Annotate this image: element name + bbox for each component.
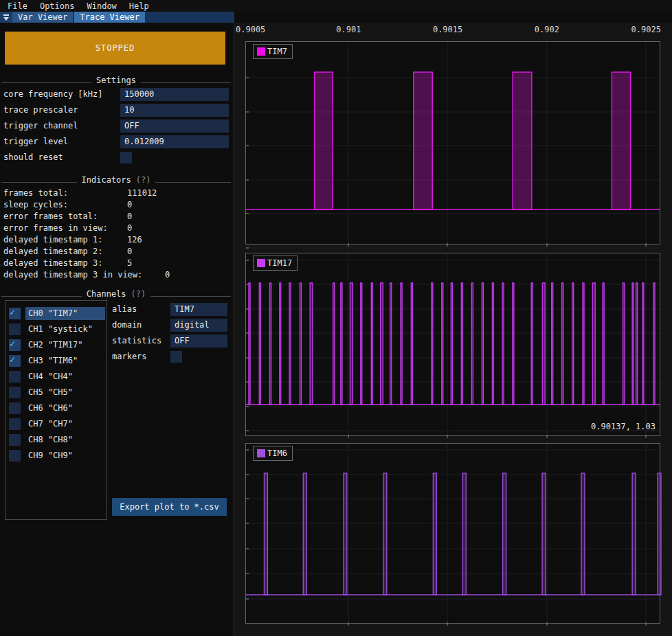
plot-tim17[interactable]: TIM170.90137, 1.03 [245,253,660,436]
channel-markers-label: markers [112,352,147,361]
collapse-arrow-icon [3,14,10,21]
collapse-button[interactable] [0,12,12,23]
indicator-value: 0 [127,223,132,233]
indicator-label: frames total: [3,188,68,198]
legend-label: TIM6 [267,448,287,458]
channel-row-ch0[interactable]: ✓CH0 "TIM7" [5,306,107,321]
indicator-label: error frames in view: [3,223,108,233]
setting-trace-prescaler-input[interactable]: 10 [120,104,229,117]
channel-checkbox[interactable]: ✓ [9,308,21,319]
acquisition-state-button[interactable]: STOPPED [5,32,225,65]
channel-checkbox[interactable] [9,323,21,335]
tab-trace-viewer[interactable]: Trace Viewer [74,12,145,23]
channel-statistics: statisticsOFF [112,333,229,349]
settings-header: Settings [1,74,231,85]
indicator-value: 0 [165,270,170,280]
plots-panel: 0.90050.9010.90150.9020.9025 TIM7TIM170.… [234,23,672,636]
legend-label: TIM7 [267,47,287,56]
legend-tim7[interactable]: TIM7 [253,44,293,59]
indicator-error-frames-in-view: error frames in view:0 [0,223,234,235]
channel-label[interactable]: CH7 "CH7" [25,418,105,431]
indicator-value: 5 [127,258,132,268]
channel-row-ch3[interactable]: ✓CH3 "TIM6" [5,353,107,369]
channel-row-ch6[interactable]: CH6 "CH6" [5,400,107,416]
menu-bar: FileOptionsWindowHelp [0,0,672,12]
menu-item-window[interactable]: Window [80,1,122,11]
channel-properties: aliasTIM7domaindigitalstatisticsOFFmarke… [112,302,229,365]
indicator-frames-total: frames total:111012 [0,188,234,200]
channel-label[interactable]: CH3 "TIM6" [25,354,105,367]
channel-markers-checkbox[interactable] [170,351,182,363]
waveform-canvas-tim6 [246,444,660,623]
channel-statistics-combo[interactable]: OFF [170,334,227,348]
axis-tick-label: 0.902 [535,25,559,34]
export-csv-button[interactable]: Export plot to *.csv [112,498,227,516]
axis-tick-label: 0.9015 [433,25,462,34]
axis-tick-label: 0.9025 [631,25,661,34]
channel-checkbox[interactable] [9,402,21,414]
indicator-error-frames-total: error frames total:0 [0,212,234,223]
menu-item-file[interactable]: File [1,1,34,11]
control-panel: STOPPED Settings core frequency [kHz]150… [0,23,234,636]
indicator-label: sleep cycles: [3,200,68,209]
channel-label[interactable]: CH2 "TIM17" [25,339,105,352]
setting-trigger-channel: trigger channelOFF [0,118,234,134]
setting-trigger-channel-label: trigger channel [3,121,78,130]
channels-header: Channels (?) [1,288,231,299]
channel-row-ch9[interactable]: CH9 "CH9" [5,448,107,464]
channel-domain: domaindigital [112,317,229,333]
setting-trigger-channel-combo[interactable]: OFF [120,120,229,133]
channel-list: ✓CH0 "TIM7"CH1 "systick"✓CH2 "TIM17"✓CH3… [5,300,107,520]
channel-label[interactable]: CH4 "CH4" [25,370,105,383]
channel-label[interactable]: CH6 "CH6" [25,402,105,415]
menu-item-help[interactable]: Help [123,1,155,11]
indicator-label: delayed timestamp 1: [3,235,103,245]
channel-checkbox[interactable] [9,387,21,398]
settings-rows: core frequency [kHz]150000trace prescale… [0,87,234,166]
setting-trigger-level-label: trigger level [3,137,68,146]
channel-row-ch8[interactable]: CH8 "CH8" [5,432,107,448]
legend-label: TIM17 [267,258,292,268]
indicator-rows: frames total:111012sleep cycles:0error f… [0,188,234,282]
indicator-sleep-cycles: sleep cycles:0 [0,200,234,212]
check-icon: ✓ [10,338,15,349]
setting-trigger-level-input[interactable]: 0.012009 [120,135,229,148]
channel-label[interactable]: CH1 "systick" [25,323,105,336]
channel-label[interactable]: CH9 "CH9" [25,449,105,462]
legend-tim17[interactable]: TIM17 [253,255,298,271]
tab-bar: Var ViewerTrace Viewer [0,12,234,23]
plot-tim6[interactable]: TIM6 [245,443,660,624]
setting-should-reset: should reset [0,150,234,166]
channel-alias-input[interactable]: TIM7 [170,303,227,316]
menu-item-options[interactable]: Options [34,1,81,11]
setting-should-reset-checkbox[interactable] [120,152,132,163]
channel-row-ch4[interactable]: CH4 "CH4" [5,369,107,385]
channel-markers: markers [112,349,229,365]
channel-label[interactable]: CH0 "TIM7" [25,307,105,320]
channel-checkbox[interactable]: ✓ [9,339,21,351]
channel-checkbox[interactable] [9,418,21,430]
indicator-value: 0 [127,212,132,221]
channel-checkbox[interactable]: ✓ [9,355,21,367]
channel-checkbox[interactable] [9,450,21,462]
channel-domain-input[interactable]: digital [170,319,227,332]
channel-label[interactable]: CH8 "CH8" [25,433,105,446]
channel-row-ch7[interactable]: CH7 "CH7" [5,416,107,432]
channel-label[interactable]: CH5 "CH5" [25,386,105,399]
channel-row-ch2[interactable]: ✓CH2 "TIM17" [5,337,107,353]
indicator-label: delayed timestamp 3 in view: [3,270,142,280]
indicator-delayed-timestamp-3-in-view: delayed timestamp 3 in view:0 [0,270,234,282]
channel-checkbox[interactable] [9,371,21,383]
legend-tim6[interactable]: TIM6 [253,446,293,461]
tab-var-viewer[interactable]: Var Viewer [12,12,73,23]
axis-tick-label: 0.9005 [236,25,265,34]
channel-alias: aliasTIM7 [112,302,229,317]
channel-row-ch1[interactable]: CH1 "systick" [5,321,107,337]
channel-checkbox[interactable] [9,434,21,446]
plot-tim7[interactable]: TIM7 [245,41,660,245]
setting-core-frequency-khz-input[interactable]: 150000 [120,88,229,101]
waveform-canvas-tim7 [246,42,660,244]
axis-tick-label: 0.901 [336,25,361,34]
channel-row-ch5[interactable]: CH5 "CH5" [5,385,107,400]
indicator-label: error frames total: [3,212,98,221]
